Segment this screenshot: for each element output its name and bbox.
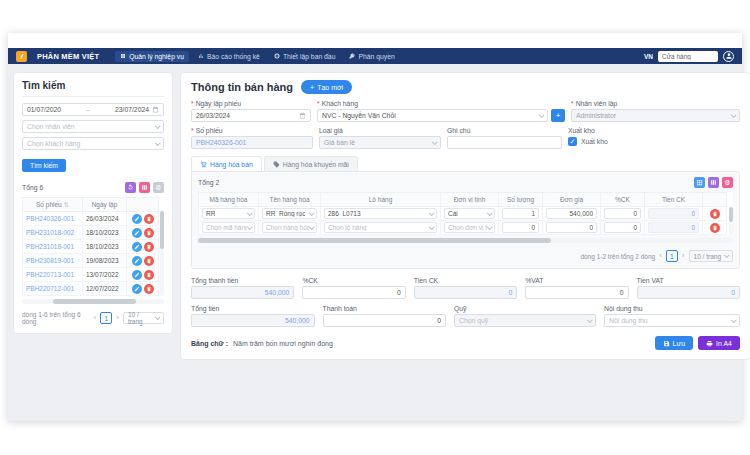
receipt-code-link[interactable]: PBH230819-001: [26, 257, 74, 264]
receipt-row[interactable]: PBH220713-00113/07/2022Cty TNHH Hoàn Th: [23, 268, 159, 282]
receipt-row[interactable]: PBH240326-00126/03/2024Nguyễn Văn Chỏi: [23, 212, 159, 226]
store-select[interactable]: [658, 51, 718, 62]
item-lot-select[interactable]: Chọn lô hàng: [324, 222, 437, 233]
menu-item-reports[interactable]: Báo cáo thống kê: [193, 51, 265, 62]
create-new-button[interactable]: + Tạo mới: [301, 80, 352, 94]
language-label[interactable]: VN: [644, 53, 653, 60]
item-code-select[interactable]: RR: [202, 208, 255, 219]
col-header-code[interactable]: Số phiếu ⇅: [23, 198, 83, 212]
delete-receipt-button[interactable]: [144, 242, 154, 252]
receipt-row[interactable]: PBH230819-00119/08/2023Nguyễn Văn Chỏi: [23, 254, 159, 268]
page-size-select[interactable]: 10 / trang: [123, 312, 164, 324]
vertical-scrollbar[interactable]: [160, 211, 164, 296]
date-range-input[interactable]: 01/07/2020 – 23/07/2024: [22, 103, 164, 116]
item-qty-input[interactable]: [502, 208, 539, 219]
user-avatar[interactable]: [723, 51, 734, 62]
col-item-lot[interactable]: Lô hàng: [321, 193, 441, 207]
item-price-input[interactable]: [546, 208, 597, 219]
col-item-code[interactable]: Mã hàng hóa: [199, 193, 259, 207]
receipt-content-select[interactable]: Nội dung thu: [604, 314, 740, 327]
page-number[interactable]: 1: [666, 250, 678, 262]
promo-tag-icon: [273, 161, 280, 168]
delete-item-button[interactable]: [710, 209, 720, 219]
delete-receipt-button[interactable]: [144, 270, 154, 280]
col-item-discount-pct[interactable]: %CK: [601, 193, 645, 207]
columns-button[interactable]: [139, 182, 150, 193]
item-discount-pct-input[interactable]: [604, 208, 641, 219]
note-input[interactable]: [447, 136, 562, 149]
tab-goods-promo[interactable]: Hàng hóa khuyến mãi: [264, 156, 358, 171]
item-unit-select[interactable]: Chọn đơn vị tính: [444, 222, 495, 233]
horizontal-scrollbar[interactable]: [198, 238, 733, 243]
item-name-select[interactable]: Chọn hàng hóa: [262, 222, 317, 233]
next-page-icon[interactable]: ›: [116, 314, 119, 322]
add-row-button[interactable]: [694, 177, 705, 188]
receipt-row[interactable]: PBH220712-00112/07/2022Nguyễn Văn Chỏi: [23, 282, 159, 296]
employee-select[interactable]: Chọn nhân viên: [22, 120, 164, 133]
payment-input[interactable]: [323, 314, 447, 327]
tab-goods-sold[interactable]: Hàng hóa bán: [191, 156, 262, 171]
next-page-icon[interactable]: ›: [682, 252, 685, 260]
edit-receipt-button[interactable]: [132, 242, 142, 252]
delete-receipt-button[interactable]: [144, 256, 154, 266]
page-size-select[interactable]: 10 / trang: [689, 250, 733, 262]
item-lot-select[interactable]: 286_L0713: [324, 208, 437, 219]
delete-receipt-button[interactable]: [144, 228, 154, 238]
menu-item-permissions[interactable]: Phân quyền: [344, 51, 399, 62]
item-qty-input[interactable]: [502, 222, 539, 233]
sale-customer-select[interactable]: NVC - Nguyễn Văn Chỏi: [317, 109, 548, 122]
receipt-date: 19/08/2023: [83, 254, 127, 268]
add-customer-button[interactable]: +: [551, 109, 565, 122]
sort-icon[interactable]: ⇅: [64, 201, 69, 208]
receipt-code-link[interactable]: PBH220712-001: [26, 285, 74, 292]
save-button[interactable]: Lưu: [655, 336, 693, 350]
export-warehouse-checkbox[interactable]: ✓: [568, 137, 577, 146]
customer-field-label: Khách hàng: [322, 100, 358, 107]
col-item-discount-amt[interactable]: Tiền CK: [645, 193, 703, 207]
item-name-select[interactable]: RR_Ròng rọc: [262, 208, 317, 219]
item-unit-select[interactable]: Cái: [444, 208, 495, 219]
vat-pct-input[interactable]: [525, 286, 628, 299]
col-item-name[interactable]: Tên hàng hóa: [259, 193, 321, 207]
col-item-unit[interactable]: Đơn vị tính: [441, 193, 499, 207]
refresh-button[interactable]: [125, 182, 136, 193]
horizontal-scrollbar[interactable]: [22, 299, 164, 304]
item-price-input[interactable]: [546, 222, 597, 233]
receipt-code-link[interactable]: PBH231018-002: [26, 229, 74, 236]
menu-item-setup[interactable]: Thiết lập ban đầu: [269, 51, 341, 62]
sale-date-input[interactable]: 26/03/2024: [191, 109, 311, 122]
search-button[interactable]: Tìm kiếm: [22, 159, 66, 172]
prev-page-icon[interactable]: ‹: [659, 252, 662, 260]
customer-select[interactable]: Chọn khách hàng: [22, 137, 164, 150]
page-number[interactable]: 1: [100, 312, 112, 324]
edit-receipt-button[interactable]: [132, 284, 142, 294]
delete-item-button[interactable]: [710, 223, 720, 233]
receipt-row[interactable]: PBH231018-00218/10/2023Nguyễn Văn Chỏi: [23, 226, 159, 240]
vertical-scrollbar[interactable]: [729, 207, 733, 235]
edit-receipt-button[interactable]: [132, 270, 142, 280]
delete-receipt-button[interactable]: [144, 214, 154, 224]
receipt-code-link[interactable]: PBH240326-001: [26, 215, 74, 222]
menu-item-business[interactable]: Quản lý nghiệp vụ: [115, 51, 189, 62]
table-settings-button[interactable]: ⚙: [153, 182, 164, 193]
table-settings-button[interactable]: ⚙: [722, 177, 733, 188]
edit-receipt-button[interactable]: [132, 256, 142, 266]
discount-pct-input[interactable]: [302, 286, 405, 299]
delete-receipt-button[interactable]: [144, 284, 154, 294]
print-a4-button[interactable]: In A4: [698, 336, 740, 350]
receipt-row[interactable]: PBH231018-00118/10/2023NVA: [23, 240, 159, 254]
prev-page-icon[interactable]: ‹: [94, 314, 97, 322]
col-item-qty[interactable]: Số lượng: [499, 193, 543, 207]
date-from[interactable]: 01/07/2020: [27, 106, 61, 113]
columns-button[interactable]: [708, 177, 719, 188]
edit-receipt-button[interactable]: [132, 228, 142, 238]
date-to[interactable]: 23/07/2024: [115, 106, 149, 113]
edit-receipt-button[interactable]: [132, 214, 142, 224]
col-item-price[interactable]: Đơn giá: [543, 193, 601, 207]
col-header-date[interactable]: Ngày lập: [83, 198, 127, 212]
receipt-code-link[interactable]: PBH231018-001: [26, 243, 74, 250]
item-code-select[interactable]: Chọn mã hàng hóa: [202, 222, 255, 233]
table-grid-icon: [696, 179, 703, 186]
item-discount-pct-input[interactable]: [604, 222, 641, 233]
receipt-code-link[interactable]: PBH220713-001: [26, 271, 74, 278]
